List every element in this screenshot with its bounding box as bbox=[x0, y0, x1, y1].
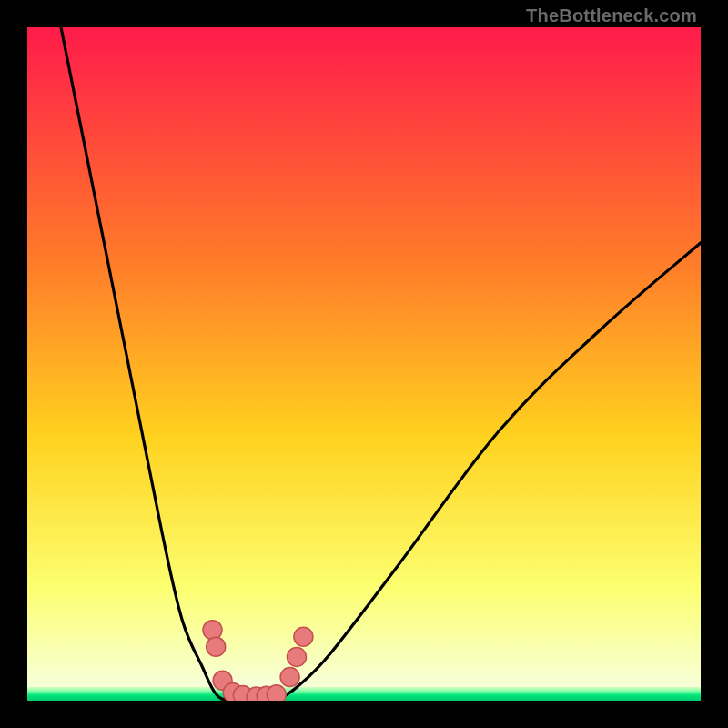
chart-stage: TheBottleneck.com bbox=[0, 0, 728, 728]
data-point bbox=[294, 627, 313, 646]
data-point bbox=[280, 668, 299, 687]
data-point bbox=[207, 637, 226, 656]
plot-area bbox=[27, 27, 701, 701]
attribution-text: TheBottleneck.com bbox=[526, 5, 697, 26]
data-point bbox=[267, 685, 286, 701]
curve-left-branch bbox=[61, 27, 243, 701]
curve-right-branch bbox=[277, 243, 701, 701]
data-point bbox=[288, 647, 307, 666]
data-point bbox=[203, 621, 222, 640]
bottleneck-curve bbox=[27, 27, 701, 701]
